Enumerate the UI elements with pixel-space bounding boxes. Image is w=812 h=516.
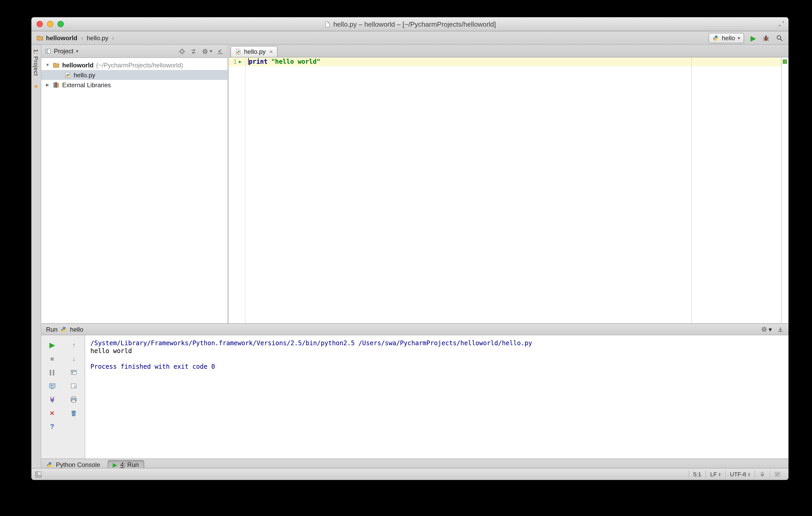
- run-config-name: hello: [722, 34, 735, 41]
- chevron-down-icon: ▾: [210, 49, 212, 54]
- zoom-window-button[interactable]: [57, 21, 64, 27]
- folder-icon: [53, 62, 60, 68]
- run-console-output[interactable]: /System/Library/Frameworks/Python.framew…: [85, 335, 788, 459]
- project-tree: ▼ helloworld (~/PycharmProjects/hellowor…: [41, 58, 227, 90]
- inspection-status-indicator[interactable]: [783, 60, 787, 64]
- project-panel-header: Project ▾: [41, 45, 227, 58]
- line-separator-widget[interactable]: LF ▲▼: [705, 471, 725, 478]
- navigation-bar: helloworld › hello.py › hello ▾ ▶: [31, 31, 788, 45]
- main-split: Project ▾: [41, 45, 788, 323]
- run-toolbar: hello ▾ ▶: [709, 33, 783, 43]
- code-editor[interactable]: 1 ▶ print"hello world": [229, 57, 788, 323]
- window-title: hello.py – helloworld – [~/PycharmProjec…: [324, 20, 496, 28]
- run-settings-button[interactable]: ▾: [761, 326, 772, 333]
- console-line: [90, 355, 783, 363]
- clear-console-button[interactable]: [70, 409, 78, 417]
- chevron-collapsed-icon[interactable]: ▶: [45, 83, 50, 87]
- external-libraries-label: External Libraries: [62, 81, 111, 89]
- project-root-path: (~/PycharmProjects/helloworld): [96, 61, 183, 69]
- status-bar: 5:1 LF ▲▼ UTF-8 ▲▼: [31, 468, 788, 480]
- run-button[interactable]: ▶: [750, 34, 756, 41]
- show-console-button[interactable]: [49, 382, 56, 390]
- chevron-down-icon: ▾: [737, 35, 740, 40]
- tree-file-name: hello.py: [74, 71, 95, 79]
- tree-row-hello-py[interactable]: hello.py: [41, 70, 227, 80]
- run-icon: ▶: [113, 461, 117, 468]
- chevron-icon: ›: [111, 34, 115, 41]
- project-panel-title[interactable]: Project: [54, 48, 74, 55]
- attach-plug-icon[interactable]: [49, 396, 56, 403]
- close-tab-icon[interactable]: ×: [269, 48, 273, 55]
- scroll-to-source-icon[interactable]: [191, 48, 197, 55]
- tree-row-project-root[interactable]: ▼ helloworld (~/PycharmProjects/hellowor…: [41, 60, 227, 70]
- tab-label: hello.py: [244, 48, 266, 55]
- close-console-button[interactable]: ×: [50, 409, 55, 417]
- content-column: Project ▾: [41, 45, 788, 468]
- settings-button[interactable]: ▾: [202, 48, 212, 55]
- pin-tab-button[interactable]: [70, 382, 78, 390]
- locate-icon[interactable]: [179, 48, 186, 55]
- python-icon: [61, 326, 67, 332]
- chevron-icon: ›: [80, 34, 84, 41]
- breadcrumb-project[interactable]: helloworld: [36, 34, 77, 41]
- chevron-expanded-icon[interactable]: ▼: [45, 63, 50, 67]
- python-file-icon: [235, 49, 241, 55]
- code-string: "hello world": [271, 58, 320, 65]
- hide-panel-icon[interactable]: [217, 48, 224, 55]
- gutter-separator: [245, 57, 245, 323]
- rerun-button[interactable]: ▶: [50, 341, 55, 349]
- print-button[interactable]: [70, 396, 78, 403]
- pycharm-window: hello.py – helloworld – [~/PycharmProjec…: [31, 17, 788, 480]
- pause-output-button[interactable]: [50, 369, 55, 375]
- menu-icon: [774, 471, 781, 477]
- stop-button[interactable]: ■: [50, 355, 54, 362]
- run-line-icon[interactable]: ▶: [239, 59, 242, 65]
- breadcrumb-project-label: helloworld: [46, 34, 77, 41]
- restore-layout-button[interactable]: [70, 369, 78, 376]
- project-stripe-button[interactable]: 1: Project: [33, 49, 39, 76]
- status-menu-widget[interactable]: [770, 471, 785, 478]
- titlebar[interactable]: hello.py – helloworld – [~/PycharmProjec…: [31, 17, 788, 31]
- tab-hello-py[interactable]: hello.py ×: [230, 46, 278, 57]
- run-panel-body: ▶ ↑ ■ ↓: [41, 335, 788, 459]
- readonly-lock-widget[interactable]: [755, 471, 770, 478]
- breadcrumb-file[interactable]: hello.py: [87, 34, 109, 41]
- console-line: hello world: [90, 347, 783, 355]
- favorites-icon[interactable]: ★: [33, 83, 39, 90]
- project-panel-actions: ▾: [179, 48, 224, 55]
- search-icon[interactable]: [776, 34, 783, 41]
- project-tool-window: Project ▾: [41, 45, 229, 323]
- run-tool-window: Run hello ▾: [41, 323, 788, 459]
- gear-icon: [761, 326, 767, 333]
- down-stack-trace-button[interactable]: ↓: [72, 355, 76, 362]
- close-window-button[interactable]: [36, 21, 43, 27]
- tool-window-stripe: 1: Project ★: [31, 45, 41, 468]
- python-console-label: Python Console: [56, 461, 100, 468]
- python-icon: [713, 35, 719, 41]
- python-console-button[interactable]: Python Console: [47, 461, 100, 468]
- run-config-selector[interactable]: hello ▾: [709, 33, 744, 43]
- minimize-window-button[interactable]: [47, 21, 53, 27]
- tool-buttons-toggle-icon[interactable]: [35, 471, 42, 478]
- python-icon: [47, 462, 53, 468]
- up-stack-trace-button[interactable]: ↑: [72, 341, 76, 349]
- run-config-label: hello: [70, 326, 83, 333]
- code-line: print"hello world": [248, 57, 320, 66]
- tree-row-external-libraries[interactable]: ▶ External Libraries: [41, 80, 227, 90]
- error-stripe[interactable]: [781, 57, 788, 323]
- right-margin-guide: [691, 57, 692, 323]
- fullscreen-icon[interactable]: [778, 20, 785, 27]
- caret-position-widget[interactable]: 5:1: [689, 471, 706, 478]
- help-button[interactable]: ?: [50, 423, 54, 430]
- debug-button[interactable]: [762, 34, 770, 41]
- folder-icon: [36, 34, 44, 41]
- hide-tool-window-icon[interactable]: [777, 326, 784, 333]
- gear-icon: [202, 48, 209, 55]
- editor-tab-bar: hello.py ×: [229, 45, 788, 57]
- encoding-widget[interactable]: UTF-8 ▲▼: [725, 471, 755, 478]
- libraries-icon: [53, 82, 60, 88]
- breadcrumb-file-label: hello.py: [87, 34, 109, 41]
- panel-icon: [45, 48, 51, 54]
- run-panel-title: Run: [46, 326, 57, 333]
- chevron-down-icon: ▾: [76, 49, 78, 54]
